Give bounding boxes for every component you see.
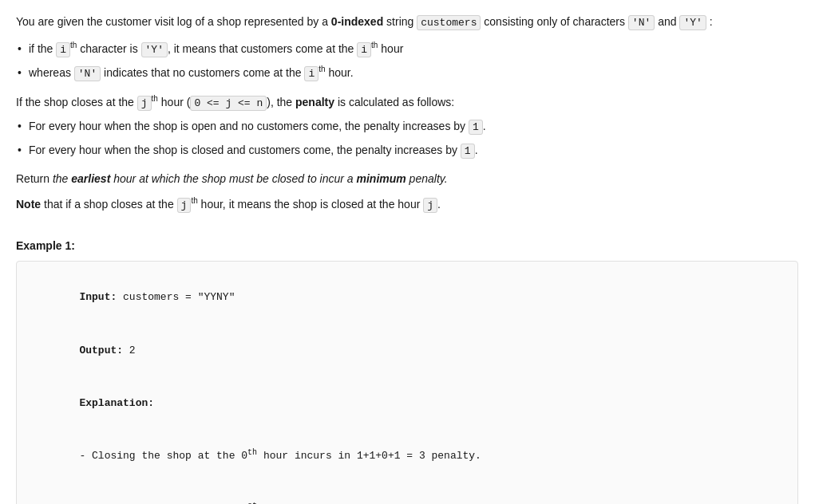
example1-box: Input: customers = "YYNY" Output: 2 Expl…: [16, 261, 798, 504]
shop-close-range: 0 <= j <= n: [190, 96, 267, 111]
intro-code-Y: 'Y': [679, 15, 706, 30]
shop-close-paragraph: If the shop closes at the jth hour (0 <=…: [16, 93, 798, 112]
intro-mid: string: [383, 15, 417, 28]
penalty-open-text: For every hour when the shop is open and…: [29, 120, 469, 132]
explanation-label: Explanation:: [79, 397, 154, 409]
bullet-n-sup: th: [318, 65, 325, 73]
explanation-line1: - Closing the shop at the 0th hour incur…: [79, 450, 481, 462]
intro-paragraph: You are given the customer visit log of …: [16, 13, 798, 32]
shop-close-suffix: is calculated as follows:: [334, 96, 454, 108]
intro-bold: 0-indexed: [331, 15, 383, 28]
shop-close-j: j: [137, 96, 152, 111]
penalty-closed-1: 1: [461, 144, 475, 159]
bullet-y-mid: character is: [77, 42, 140, 55]
penalty-bullet-open: For every hour when the shop is open and…: [16, 117, 798, 136]
intro-prefix: You are given the customer visit log of …: [16, 15, 331, 28]
note-label: Note: [16, 198, 41, 211]
bullet-n-end: hour.: [326, 66, 354, 79]
example1-code: Input: customers = "YYNY" Output: 2 Expl…: [30, 271, 785, 504]
return-italic1: the: [53, 172, 71, 185]
input-value: customers = "YYNY": [117, 291, 235, 303]
return-prefix: Return: [16, 172, 53, 185]
bullet-y-end: hour: [378, 42, 403, 55]
note-prefix: that if a shop closes at the: [41, 198, 176, 211]
intro-code-customers: customers: [417, 15, 481, 30]
character-bullets: if the ith character is 'Y', it means th…: [16, 40, 798, 83]
bullet-n-code-N: 'N': [74, 66, 101, 81]
bullet-Y: if the ith character is 'Y', it means th…: [16, 40, 798, 59]
penalty-open-end: .: [483, 120, 486, 132]
example1-section: Example 1: Input: customers = "YYNY" Out…: [16, 237, 798, 504]
return-italic3: penalty.: [406, 172, 448, 185]
example1-title: Example 1:: [16, 237, 798, 254]
return-earliest: earliest: [71, 172, 110, 185]
bullet-y-prefix: if the: [29, 42, 56, 55]
bullet-y-suffix: , it means that customers come at the: [168, 42, 357, 55]
note-mid: hour, it means the shop is closed at the…: [198, 198, 424, 211]
input-label: Input:: [79, 291, 117, 303]
intro-and: and: [655, 15, 679, 28]
bullet-y-code-Y: 'Y': [141, 42, 168, 57]
shop-close-sup: th: [152, 95, 158, 104]
penalty-closed-end: .: [475, 144, 478, 156]
penalty-bullet-closed: For every hour when the shop is closed a…: [16, 141, 798, 160]
return-italic2: hour at which the shop must be closed to…: [110, 172, 356, 185]
note-end: .: [437, 198, 441, 211]
note-sup: th: [191, 197, 197, 206]
note-paragraph: Note that if a shop closes at the jth ho…: [16, 195, 798, 215]
return-paragraph: Return the earliest hour at which the sh…: [16, 170, 798, 187]
shop-close-prefix: If the shop closes at the: [16, 96, 137, 108]
note-j2: j: [423, 198, 437, 213]
main-content: You are given the customer visit log of …: [16, 13, 798, 504]
intro-suffix1: consisting only of characters: [481, 15, 627, 28]
shop-close-mid2: ), the: [267, 96, 295, 108]
intro-code-N: 'N': [628, 15, 655, 30]
bullet-n-i: i: [304, 66, 318, 81]
bullet-n-whereas: whereas: [29, 66, 74, 79]
intro-colon: :: [706, 15, 713, 28]
bullet-y-i1: i: [56, 42, 70, 57]
bullet-y-i2: i: [357, 42, 371, 57]
return-minimum: minimum: [357, 172, 406, 185]
shop-close-penalty-bold: penalty: [295, 96, 334, 108]
penalty-closed-text: For every hour when the shop is closed a…: [29, 144, 461, 156]
penalty-bullets: For every hour when the shop is open and…: [16, 117, 798, 160]
bullet-n-suffix: indicates that no customers come at the: [101, 66, 304, 79]
note-j: j: [177, 198, 192, 213]
output-label: Output:: [79, 345, 123, 356]
output-value: 2: [123, 345, 136, 356]
shop-close-mid1: hour (: [158, 96, 190, 108]
bullet-N: whereas 'N' indicates that no customers …: [16, 64, 798, 83]
penalty-open-1: 1: [469, 120, 483, 135]
